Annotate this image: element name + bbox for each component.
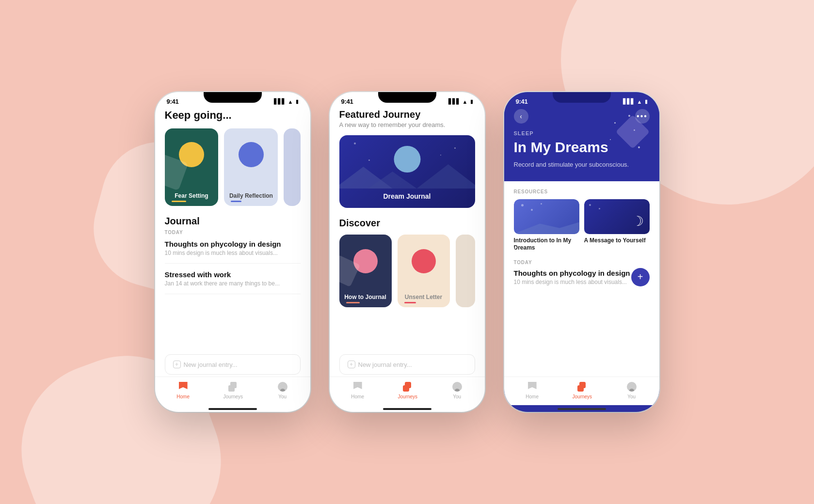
star-5: [638, 146, 640, 148]
entry2-title: Stressed with work: [165, 270, 301, 279]
discover-title: Discover: [339, 218, 475, 229]
home-label-1: Home: [176, 394, 190, 399]
daily-reflection-card[interactable]: Daily Reflection: [224, 128, 278, 206]
you-label-1: You: [278, 394, 287, 399]
moon-icon: ☽: [632, 213, 644, 229]
nav-home-2[interactable]: Home: [351, 381, 364, 399]
status-time-1: 9:41: [167, 98, 179, 105]
nav-home-3[interactable]: Home: [526, 381, 539, 399]
phone3-body: RESOURCES Introduction to In My Dreams: [504, 181, 659, 377]
new-entry-text-2: New journal entry...: [358, 361, 412, 368]
nav-you-1[interactable]: You: [277, 381, 288, 399]
journeys-icon-2: [402, 381, 414, 393]
plus-icon-2: +: [348, 361, 355, 368]
more-discover-card[interactable]: [456, 235, 475, 307]
header-description: Record and stimulate your subconscious.: [514, 160, 650, 170]
journeys-label-1: Journeys: [223, 394, 243, 399]
phone1-content: Keep going... Fear Setting Daily Reflect…: [155, 105, 310, 352]
phone2-content: Featured Journey A new way to remember y…: [330, 105, 485, 352]
resources-title: RESOURCES: [514, 189, 650, 194]
journal-entry-1[interactable]: Thoughts on phycology in design 10 mins …: [165, 240, 301, 264]
fab-button[interactable]: +: [631, 268, 650, 286]
keep-going-title: Keep going...: [165, 109, 301, 122]
you-icon-3: [626, 381, 638, 393]
phone3-screen: ‹ ••• SLEEP In My Dreams Record and stim…: [504, 105, 659, 412]
featured-subtitle: A new way to remember your dreams.: [339, 121, 475, 128]
journeys-label-2: Journeys: [398, 394, 418, 399]
you-icon-1: [277, 381, 288, 393]
home-icon-3: [527, 381, 538, 393]
resource-label-1: Introduction to In My Dreams: [514, 237, 579, 252]
home-bar-3: [558, 408, 606, 410]
star-2: [614, 122, 616, 124]
dream-journal-label: Dream Journal: [383, 192, 431, 200]
fear-setting-label: Fear Setting: [175, 192, 208, 199]
phones-container: 9:41 ▋▋▋ ▲ ▮ Keep going... Fear Setting: [155, 92, 659, 412]
entry2-meta: Jan 14 at work there are many things to …: [165, 280, 301, 287]
journeys-label-3: Journeys: [573, 394, 592, 399]
notch-3: [553, 92, 611, 103]
signal-icon-2: ▋▋▋: [448, 98, 460, 105]
today-entry: Thoughts on phycology in design 10 mins …: [514, 269, 650, 286]
status-icons-2: ▋▋▋ ▲ ▮: [448, 98, 473, 105]
featured-title: Featured Journey: [339, 109, 475, 120]
notch-2: [378, 92, 436, 103]
daily-reflection-progress: [231, 201, 241, 202]
phone3-header: ‹ ••• SLEEP In My Dreams Record and stim…: [504, 105, 659, 181]
today-entry-meta: 10 mins design is much less about visual…: [514, 279, 631, 285]
journal-entry-2[interactable]: Stressed with work Jan 14 at work there …: [165, 270, 301, 294]
bottom-nav-3: Home Journeys You: [504, 377, 659, 405]
nav-home-1[interactable]: Home: [176, 381, 190, 399]
new-entry-bar-2[interactable]: + New journal entry...: [339, 354, 475, 375]
bottom-nav-2: Home Journeys You: [330, 377, 485, 405]
plus-icon-1: +: [173, 361, 181, 368]
star-1: [628, 115, 630, 117]
how-to-journal-card[interactable]: How to Journal: [339, 235, 392, 307]
nav-journeys-2[interactable]: Journeys: [398, 381, 418, 399]
wifi-icon-2: ▲: [463, 99, 468, 105]
resource-label-2: A Message to Yourself: [584, 237, 650, 245]
how-to-journal-label: How to Journal: [344, 294, 386, 300]
fear-setting-card[interactable]: Fear Setting: [165, 128, 219, 206]
daily-reflection-label: Daily Reflection: [229, 192, 273, 199]
dream-journal-card[interactable]: Dream Journal: [339, 135, 475, 208]
battery-icon: ▮: [296, 98, 299, 105]
resource-card-2[interactable]: ☽ A Message to Yourself: [584, 199, 650, 252]
signal-icon-3: ▋▋▋: [623, 98, 635, 105]
journal-title: Journal: [165, 216, 301, 227]
journeys-icon-3: [576, 381, 588, 393]
fear-setting-progress: [172, 201, 186, 202]
notch-1: [204, 92, 262, 103]
phone-detail: 9:41 ▋▋▋ ▲ ▮ ‹ •••: [504, 92, 659, 412]
resource-cards: Introduction to In My Dreams ☽ A Message…: [514, 199, 650, 252]
more-card[interactable]: [284, 128, 300, 206]
new-entry-bar-1[interactable]: + New journal entry...: [165, 354, 301, 375]
status-time-3: 9:41: [516, 98, 528, 105]
home-bar-2: [383, 408, 431, 410]
unsent-letter-label: Unsent Letter: [405, 294, 442, 300]
status-time-2: 9:41: [341, 98, 353, 105]
nav-journeys-1[interactable]: Journeys: [223, 381, 243, 399]
daily-reflection-circle: [239, 142, 264, 167]
resource-img-1: [514, 199, 579, 234]
resource-img-2: ☽: [584, 199, 650, 234]
nav-you-2[interactable]: You: [451, 381, 463, 399]
home-label-3: Home: [526, 394, 539, 399]
nav-you-3[interactable]: You: [626, 381, 638, 399]
today-label-3: TODAY: [514, 260, 650, 265]
entry1-meta: 10 mins design is much less about visual…: [165, 250, 301, 256]
nav-journeys-3[interactable]: Journeys: [573, 381, 592, 399]
you-icon-2: [451, 381, 463, 393]
home-icon-2: [352, 381, 364, 393]
status-icons-3: ▋▋▋ ▲ ▮: [623, 98, 648, 105]
unsent-letter-circle: [412, 249, 436, 273]
phone1-screen: Keep going... Fear Setting Daily Reflect…: [155, 105, 310, 412]
discover-cards: How to Journal Unsent Letter: [339, 235, 475, 307]
unsent-letter-card[interactable]: Unsent Letter: [398, 235, 450, 307]
phone-home: 9:41 ▋▋▋ ▲ ▮ Keep going... Fear Setting: [155, 92, 310, 412]
today-entry-content: Thoughts on phycology in design 10 mins …: [514, 269, 631, 285]
star-4: [610, 139, 611, 140]
journeys-icon-1: [227, 381, 239, 393]
back-button[interactable]: ‹: [514, 109, 528, 124]
resource-card-1[interactable]: Introduction to In My Dreams: [514, 199, 579, 252]
